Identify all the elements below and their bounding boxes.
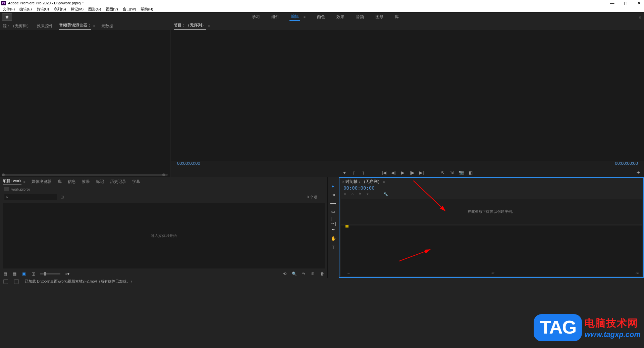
timeline-display-icon[interactable]: ▾	[367, 192, 369, 196]
tab-captions[interactable]: 字幕	[132, 179, 140, 185]
tab-project[interactable]: 项目: work	[3, 178, 21, 185]
audio-scale-val: -∞	[347, 272, 350, 275]
hand-tool-icon[interactable]: ✋	[331, 236, 336, 241]
scroll-handle-right[interactable]	[162, 173, 165, 176]
audio-scale-val: -54	[635, 272, 639, 275]
workspace-color[interactable]: 颜色	[316, 13, 326, 20]
mark-in-icon[interactable]: {	[352, 170, 356, 175]
tab-program[interactable]: 节目：（无序列）	[174, 22, 206, 30]
zoom-slider[interactable]	[40, 273, 60, 275]
tab-libraries[interactable]: 库	[58, 179, 62, 185]
menu-markers[interactable]: 标记(M)	[71, 7, 84, 12]
menu-edit[interactable]: 编辑(E)	[19, 7, 32, 12]
list-view-icon[interactable]: ▤	[3, 271, 7, 276]
status-icon-2[interactable]	[14, 279, 19, 284]
scroll-handle-left[interactable]	[2, 173, 5, 176]
workspace-assembly[interactable]: 组件	[270, 13, 281, 20]
program-timecode-left: 00:00:00:00	[177, 161, 200, 166]
sort-icon[interactable]: ≡▾	[65, 271, 70, 276]
new-bin-icon[interactable]: 🗀	[301, 271, 306, 276]
menu-sequence[interactable]: 序列(S)	[54, 7, 66, 12]
workspace-audio[interactable]: 音频	[355, 13, 365, 20]
pen-tool-icon[interactable]: ✒	[331, 227, 336, 232]
export-frame-icon[interactable]: 📷	[459, 170, 464, 175]
menu-view[interactable]: 视图(V)	[106, 7, 118, 12]
linked-selection-icon[interactable]: ∩	[351, 192, 354, 196]
watermark-url: www.tagxp.com	[585, 330, 641, 339]
type-tool-icon[interactable]: T	[331, 244, 336, 250]
menu-window[interactable]: 窗口(W)	[123, 7, 136, 12]
timeline-title: 时间轴：（无序列）	[345, 179, 382, 185]
tab-history[interactable]: 历史记录	[110, 179, 126, 185]
menu-file[interactable]: 文件(F)	[3, 7, 15, 12]
project-filename: work.prproj	[11, 187, 30, 191]
program-panel-menu-icon[interactable]: ≡	[208, 24, 210, 28]
status-message: 已加载 D:\tools\桌面\work\视频素材2~2.mp4（所有媒体已加载…	[25, 279, 134, 284]
auto-sequence-icon[interactable]: ⟲	[282, 271, 287, 276]
extract-icon[interactable]: ⇲	[449, 170, 454, 175]
find-icon[interactable]: 🔍	[292, 271, 297, 276]
tab-info[interactable]: 信息	[68, 179, 76, 185]
step-forward-icon[interactable]: |▶	[410, 170, 415, 175]
close-button[interactable]: ✕	[635, 1, 643, 6]
playhead-icon[interactable]	[347, 226, 347, 276]
timeline-timecode[interactable]: 00;00;00;00	[339, 185, 643, 191]
audio-scale-val: -57	[491, 272, 495, 275]
tab-effect-controls[interactable]: 效果控件	[37, 23, 53, 29]
step-back-icon[interactable]: ◀|	[391, 170, 396, 175]
tab-metadata[interactable]: 元数据	[101, 23, 113, 29]
delete-icon[interactable]: 🗑	[320, 271, 325, 276]
workspace-overflow[interactable]: »	[639, 14, 641, 20]
new-item-icon[interactable]: 🗎	[311, 271, 315, 276]
project-empty-area[interactable]: 导入媒体以开始	[3, 203, 325, 268]
menu-clip[interactable]: 剪辑(C)	[37, 7, 49, 12]
status-icon-1[interactable]	[3, 279, 8, 284]
watermark: TAG 电脑技术网 www.tagxp.com	[534, 314, 641, 341]
thumbnail-icon[interactable]: ◫	[31, 271, 36, 276]
workspace-graphics[interactable]: 图形	[374, 13, 385, 20]
button-editor-icon[interactable]: +	[636, 169, 640, 176]
icon-view-icon[interactable]: ▦	[12, 271, 17, 276]
selection-tool-icon[interactable]: ▸	[331, 183, 336, 189]
project-filter-icon[interactable]: ◫	[60, 195, 66, 199]
freeform-view-icon[interactable]: ▣	[21, 271, 26, 276]
add-marker-timeline-icon[interactable]: ⚑	[359, 192, 362, 196]
mark-out-icon[interactable]: }	[361, 170, 366, 175]
minimize-button[interactable]: —	[608, 1, 616, 6]
ripple-edit-tool-icon[interactable]: ⟷	[331, 201, 336, 206]
maximize-button[interactable]: ◻	[622, 1, 629, 6]
track-select-tool-icon[interactable]: ⇥	[331, 192, 336, 197]
workspace-libraries[interactable]: 库	[393, 13, 400, 20]
workspace-effects[interactable]: 效果	[335, 13, 346, 20]
comparison-view-icon[interactable]: ◧	[468, 170, 473, 175]
timeline-close-icon[interactable]: ×	[342, 180, 344, 184]
home-button[interactable]	[2, 13, 12, 21]
tab-source-none[interactable]: 源：（无剪辑）	[3, 23, 31, 29]
tab-media-browser[interactable]: 媒体浏览器	[32, 179, 52, 185]
snap-icon[interactable]: ※	[343, 192, 346, 196]
workspace-editing-menu[interactable]: ≡	[302, 14, 307, 19]
timeline-settings-icon[interactable]: 🔧	[383, 192, 388, 196]
workspace-learn[interactable]: 学习	[251, 13, 261, 20]
menu-graphics[interactable]: 图形(G)	[88, 7, 101, 12]
tab-effects[interactable]: 效果	[82, 179, 90, 185]
tab-audio-clip-mixer[interactable]: 音频剪辑混合器：	[59, 22, 91, 30]
play-icon[interactable]: ▶	[400, 170, 405, 175]
timeline-panel: × 时间轴：（无序列） ≡ 00;00;00;00 ※ ∩ ⚑ ▾ 🔧 在此处放…	[339, 177, 644, 278]
project-panel-menu-icon[interactable]: ≡	[23, 180, 25, 184]
slip-tool-icon[interactable]: |↔|	[331, 218, 336, 223]
tab-markers[interactable]: 标记	[96, 179, 104, 185]
add-marker-icon[interactable]: ♥	[342, 170, 347, 175]
go-to-out-icon[interactable]: ▶|	[419, 170, 424, 175]
timeline-panel-menu-icon[interactable]: ≡	[383, 180, 385, 184]
search-icon	[6, 195, 9, 199]
project-search-input[interactable]	[4, 194, 57, 200]
go-to-in-icon[interactable]: |◀	[382, 170, 386, 175]
source-scrollbar[interactable]	[3, 174, 168, 176]
source-panel-menu-icon[interactable]: ≡	[93, 24, 95, 28]
razor-tool-icon[interactable]: ✂	[331, 209, 336, 215]
workspace-editing[interactable]: 编辑	[289, 13, 300, 21]
lift-icon[interactable]: ⇱	[440, 170, 445, 175]
menu-help[interactable]: 帮助(H)	[141, 7, 153, 12]
timeline-drop-zone[interactable]: 在此处放下媒体以创建序列。	[341, 199, 642, 224]
